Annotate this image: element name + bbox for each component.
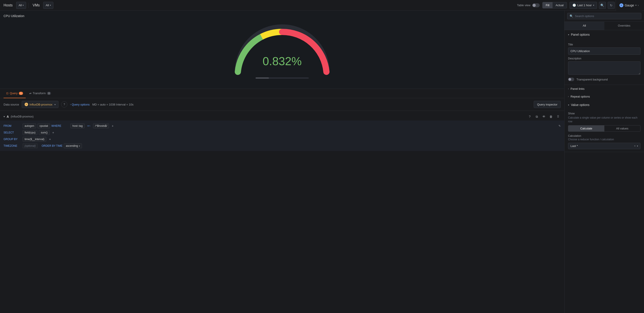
group-by-add-button[interactable]: + [48, 137, 52, 141]
value-options-header[interactable]: ▾ Value options [564, 100, 644, 109]
panel-links-header[interactable]: › Panel links [564, 85, 644, 93]
show-label: Show [568, 112, 640, 115]
from-value-autogen[interactable]: autogen [22, 123, 36, 128]
timezone-keyword: TIMEZONE [4, 144, 21, 147]
hosts-chevron-icon: ▾ [22, 4, 24, 7]
info-icon: ? [64, 103, 65, 106]
clock-icon: 🕐 [572, 4, 576, 7]
vms-dropdown[interactable]: All ▾ [43, 2, 53, 9]
fill-button[interactable]: Fill [542, 2, 552, 8]
title-field-label: Title [568, 43, 640, 46]
order-by-select[interactable]: ascending ▾ [64, 143, 82, 148]
query-actions: ? ⧉ 👁 🗑 ⠿ [527, 114, 561, 119]
gauge-panel-button[interactable]: G Gauge ▾ › [616, 0, 642, 11]
datasource-select[interactable]: ~ InfluxDB-proxmox ▾ [22, 101, 58, 108]
datasource-chevron-icon: ▾ [54, 103, 56, 106]
refresh-icon: ↻ [610, 4, 612, 7]
query-tabs: ⊡ Query 1 ⇌ Transform 0 [0, 89, 564, 98]
query-meta: MD = auto = 1038 Interval = 10s [92, 103, 134, 106]
query-drag-button[interactable]: ⠿ [556, 114, 561, 119]
search-options-bar: 🔍 [564, 11, 644, 22]
zoom-out-button[interactable]: 🔍 [599, 2, 606, 9]
zoom-out-icon: 🔍 [600, 4, 604, 7]
from-edit-button[interactable]: ✎ [558, 124, 561, 127]
query-help-button[interactable]: ? [527, 114, 532, 119]
tab-all[interactable]: All [564, 22, 604, 30]
repeat-options-header[interactable]: › Repeat options [564, 93, 644, 100]
select-row: SELECT field(cpu) sum() + [4, 129, 561, 136]
tab-query[interactable]: ⊡ Query 1 [4, 89, 26, 98]
calc-label: Calculation [568, 134, 640, 137]
query-badge: 1 [19, 92, 23, 95]
select-add-button[interactable]: + [51, 130, 55, 135]
time-range-button[interactable]: 🕐 Last 1 hour ▾ [570, 2, 597, 9]
datasource-row: Data source ~ InfluxDB-proxmox ▾ ? › Que… [0, 98, 564, 111]
transparent-bg-toggle[interactable] [568, 78, 574, 81]
calc-select[interactable]: Last * × ▾ [568, 143, 640, 149]
calc-clear-icon[interactable]: × [634, 145, 636, 147]
chart-area: CPU Utilization 0.832% [0, 11, 564, 89]
select-sum[interactable]: sum() [39, 130, 50, 135]
transparent-bg-label: Transparent background [576, 78, 608, 81]
where-keyword: WHERE [52, 124, 69, 127]
from-row: FROM autogen cpustat WHERE host::tag =~ … [4, 123, 561, 129]
hosts-dropdown[interactable]: All ▾ [16, 2, 26, 9]
timezone-input[interactable]: (optional) [22, 143, 38, 148]
group-by-time[interactable]: time($__interval) [22, 137, 46, 142]
options-tabs: All Overrides [564, 22, 644, 30]
refresh-button[interactable]: ↻ [608, 2, 615, 9]
table-view-label: Table view [517, 4, 530, 7]
all-values-button[interactable]: All values [604, 125, 640, 131]
datasource-icon: ~ [24, 103, 28, 106]
panel-chevron-icon: ▾ [635, 4, 636, 7]
svg-point-0 [239, 66, 242, 68]
transparent-bg-row: Transparent background [568, 78, 640, 81]
query-icon: ⊡ [6, 92, 8, 95]
query-source-name: (InfluxDB-proxmox) [11, 115, 34, 118]
query-options-link[interactable]: › Query options [70, 103, 90, 106]
info-button[interactable]: ? [61, 101, 67, 108]
query-inspector-button[interactable]: Query inspector [534, 101, 561, 108]
nav-separator [28, 3, 28, 8]
vms-chevron-icon: ▾ [50, 4, 51, 7]
from-value-cpustat[interactable]: cpustat [38, 123, 50, 128]
where-value[interactable]: /^$hosts$/ [93, 123, 109, 128]
fill-actual-group: Fill Actual [542, 2, 567, 9]
select-keyword: SELECT [4, 131, 21, 134]
select-field-cpu[interactable]: field(cpu) [22, 130, 38, 135]
from-keyword: FROM [4, 124, 21, 127]
left-panel: CPU Utilization 0.832% [0, 11, 564, 313]
query-letter: A [7, 115, 9, 118]
search-options-input[interactable] [575, 15, 639, 18]
main-layout: CPU Utilization 0.832% [0, 11, 644, 313]
right-panel: 🔍 All Overrides ▾ Panel options Tit [564, 11, 644, 313]
calculate-button[interactable]: Calculate [568, 125, 604, 131]
gauge-svg: 0.832% [224, 17, 340, 83]
actual-button[interactable]: Actual [552, 2, 567, 8]
desc-field-label: Description [568, 57, 640, 60]
query-row-header: ▾ A (InfluxDB-proxmox) ? ⧉ 👁 🗑 ⠿ [0, 113, 564, 121]
query-duplicate-button[interactable]: ⧉ [534, 114, 540, 119]
panel-expand-icon: › [638, 4, 639, 7]
search-options-wrapper: 🔍 [567, 13, 641, 19]
tab-overrides[interactable]: Overrides [604, 22, 644, 30]
collapse-button[interactable]: ▾ [4, 115, 5, 118]
where-add-button[interactable]: + [110, 124, 115, 128]
panel-links-chevron-icon: › [568, 88, 569, 90]
query-delete-button[interactable]: 🗑 [548, 114, 554, 119]
panel-desc-input[interactable] [568, 61, 640, 75]
panel-title-input[interactable] [568, 48, 640, 55]
repeat-options-chevron-icon: › [568, 95, 569, 98]
calc-chevron-icon: ▾ [637, 145, 638, 147]
value-options-body: Show Calculate a single value per column… [564, 109, 644, 152]
query-builder: ▾ A (InfluxDB-proxmox) ? ⧉ 👁 🗑 ⠿ [0, 111, 564, 153]
top-nav: Hosts All ▾ VMs All ▾ Table view Fill Ac… [0, 0, 644, 11]
table-view-switch[interactable] [532, 3, 540, 7]
svg-text:0.832%: 0.832% [263, 55, 302, 68]
where-tag[interactable]: host::tag [70, 123, 84, 128]
transform-icon: ⇌ [29, 92, 32, 95]
panel-options-header[interactable]: ▾ Panel options [564, 30, 644, 39]
gauge-icon: G [620, 3, 624, 7]
query-visibility-button[interactable]: 👁 [541, 114, 546, 119]
tab-transform[interactable]: ⇌ Transform 0 [26, 89, 54, 98]
